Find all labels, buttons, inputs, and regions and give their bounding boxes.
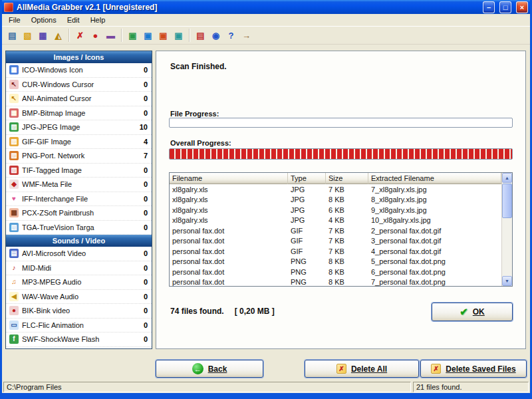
file-type-icon: ▦ (9, 108, 19, 118)
sidebar-item[interactable]: ♥ IFF-Interchange File 0 (6, 192, 152, 207)
sidebar-item[interactable]: ▨ JPG-JPEG Image 10 (6, 120, 152, 135)
delete-icon[interactable]: ✗ (72, 29, 88, 43)
menu-item[interactable]: Options (26, 15, 62, 25)
sidebar-item-count: 0 (144, 109, 148, 117)
sidebar-sounds-list: ▤ AVI-Microsoft Video 0 ♪ MID-Midi 0 ♫ M… (6, 247, 152, 347)
sidebar-item-count: 0 (144, 335, 148, 343)
scroll-down-button[interactable]: ▼ (502, 276, 512, 286)
scrollbar-track[interactable] (502, 183, 512, 276)
menu-item[interactable]: Edit (62, 15, 85, 25)
scan-drive-icon[interactable]: ▦ (35, 29, 51, 43)
table-row[interactable]: personal fax.dot PNG 8 KB 6_personal fax… (170, 267, 501, 277)
table-row[interactable]: personal fax.dot PNG 8 KB 5_personal fax… (170, 257, 501, 267)
table-scrollbar[interactable]: ▲ ▼ (501, 173, 512, 286)
cell-filename: xl8galry.xls (170, 186, 288, 194)
back-button[interactable]: ← Back (156, 360, 263, 378)
sidebar-item-count: 0 (144, 249, 148, 257)
cell-size: 7 KB (326, 237, 368, 245)
monitor-icon-4[interactable]: ▣ (171, 29, 186, 43)
table-row[interactable]: xl8galry.xls JPG 8 KB 8_xl8galry.xls.jpg (170, 195, 501, 205)
table-row[interactable]: xl8galry.xls JPG 4 KB 10_xl8galry.xls.jp… (170, 215, 501, 226)
cell-filename: personal fax.dot (170, 268, 288, 276)
file-type-icon: ↖ (9, 80, 19, 89)
check-icon: ✔ (460, 306, 468, 318)
sidebar-item[interactable]: ▧ TGA-TrueVision Targa 0 (6, 221, 152, 235)
app-icon[interactable] (4, 3, 13, 12)
sidebar-item[interactable]: ▨ GIF-GIF Image 4 (6, 135, 152, 150)
cell-type: JPG (288, 196, 326, 203)
sidebar-item[interactable]: ▨ TIF-Tagged Image 0 (6, 164, 152, 178)
sidebar-item[interactable]: ♪ MID-Midi 0 (6, 261, 152, 276)
overall-progress-bar (169, 148, 513, 160)
sidebar-item[interactable]: ♫ MP3-MPEG Audio 0 (6, 275, 152, 290)
stop-icon[interactable]: ● (88, 29, 103, 43)
scroll-up-button[interactable]: ▲ (502, 173, 512, 183)
cell-size: 7 KB (326, 186, 368, 194)
results-table: Filename Type Size Extracted Filename xl… (169, 172, 513, 287)
scan-file-icon[interactable]: ▤ (5, 29, 20, 43)
maximize-button[interactable]: □ (499, 1, 511, 13)
cell-type: GIF (288, 227, 326, 235)
table-row[interactable]: xl8galry.xls JPG 7 KB 7_xl8galry.xls.jpg (170, 184, 501, 195)
sidebar-item-count: 0 (144, 278, 148, 286)
column-header-extracted[interactable]: Extracted Filename (368, 173, 501, 184)
sidebar-item-label: IFF-Interchange File (22, 195, 140, 203)
sidebar-item[interactable]: ↖ CUR-Windows Cursor 0 (6, 78, 152, 92)
sidebar-item-count: 0 (144, 195, 148, 203)
sidebar-item[interactable]: f SWF-ShockWave Flash 0 (6, 332, 152, 347)
file-type-icon: ▤ (9, 249, 19, 258)
delete-saved-files-button[interactable]: ✗ Delete Saved Files (420, 360, 527, 378)
info-icon[interactable]: ◉ (208, 29, 223, 43)
sidebar-item[interactable]: ◆ WMF-Meta File 0 (6, 178, 152, 192)
cell-filename: personal fax.dot (170, 247, 288, 255)
sidebar-item-label: MID-Midi (22, 264, 140, 272)
column-header-type[interactable]: Type (288, 173, 326, 184)
sidebar: Images / Icons ▦ ICO-Windows Icon 0 ↖ CU… (5, 51, 152, 349)
sidebar-item[interactable]: ▤ AVI-Microsoft Video 0 (6, 247, 152, 261)
table-row[interactable]: personal fax.dot GIF 7 KB 3_personal fax… (170, 236, 501, 247)
toolbar-group: ▤▧▦◭ (5, 29, 66, 43)
cell-type: GIF (288, 237, 326, 245)
menu-item[interactable]: File (3, 15, 26, 25)
scales-icon[interactable]: ◭ (51, 29, 66, 43)
delete-all-button[interactable]: ✗ Delete All (305, 360, 419, 378)
cell-size: 7 KB (326, 227, 368, 235)
minimize-button[interactable]: – (483, 1, 495, 13)
cell-extracted-filename: 5_personal fax.dot.png (368, 257, 501, 265)
status-files-found: 21 files found. (413, 382, 529, 392)
sidebar-item-label: CUR-Windows Cursor (22, 80, 140, 88)
statusbar: C:\Program Files 21 files found. (2, 380, 530, 393)
table-row[interactable]: personal fax.dot GIF 7 KB 4_personal fax… (170, 246, 501, 257)
report-icon[interactable]: ▤ (193, 29, 208, 43)
monitor-icon-2[interactable]: ▣ (140, 29, 156, 43)
cell-extracted-filename: 2_personal fax.dot.gif (368, 227, 501, 235)
ok-button[interactable]: ✔ OK (432, 303, 513, 321)
scrollbar-thumb[interactable] (502, 184, 512, 218)
scan-folder-icon[interactable]: ▧ (20, 29, 35, 43)
table-row[interactable]: personal fax.dot GIF 7 KB 2_personal fax… (170, 225, 501, 236)
back-arrow-icon: ← (192, 363, 203, 374)
sidebar-item[interactable]: ▦ BMP-Bitmap Image 0 (6, 106, 152, 121)
sidebar-item-label: PCX-ZSoft Paintbrush (22, 209, 140, 217)
sidebar-item-label: MP3-MPEG Audio (22, 278, 140, 286)
sidebar-item[interactable]: ▩ PCX-ZSoft Paintbrush 0 (6, 206, 152, 221)
sidebar-item[interactable]: ● BIK-Bink video 0 (6, 304, 152, 319)
monitor-icon-1[interactable]: ▣ (125, 29, 140, 43)
column-header-size[interactable]: Size (326, 173, 368, 184)
sidebar-item-label: AVI-Microsoft Video (22, 249, 140, 257)
sidebar-item[interactable]: ↖ ANI-Animated Cursor 0 (6, 92, 152, 106)
table-row[interactable]: personal fax.dot PNG 8 KB 7_personal fax… (170, 277, 501, 287)
sidebar-item[interactable]: ▦ ICO-Windows Icon 0 (6, 63, 152, 78)
exit-icon[interactable]: → (239, 29, 254, 43)
sidebar-item[interactable]: ◀ WAV-Wave Audio 0 (6, 290, 152, 305)
close-button[interactable]: × (516, 1, 528, 13)
sidebar-item[interactable]: ▭ FLC-Flic Animation 0 (6, 319, 152, 333)
table-row[interactable]: xl8galry.xls JPG 6 KB 9_xl8galry.xls.jpg (170, 205, 501, 215)
film-icon[interactable]: ▬ (103, 29, 118, 43)
menu-item[interactable]: Help (85, 15, 111, 25)
sidebar-item[interactable]: ▨ PNG-Port. Network 7 (6, 149, 152, 164)
help-icon[interactable]: ? (223, 29, 239, 43)
column-header-filename[interactable]: Filename (170, 173, 288, 184)
monitor-icon-3[interactable]: ▣ (156, 29, 171, 43)
cell-type: GIF (288, 247, 326, 255)
